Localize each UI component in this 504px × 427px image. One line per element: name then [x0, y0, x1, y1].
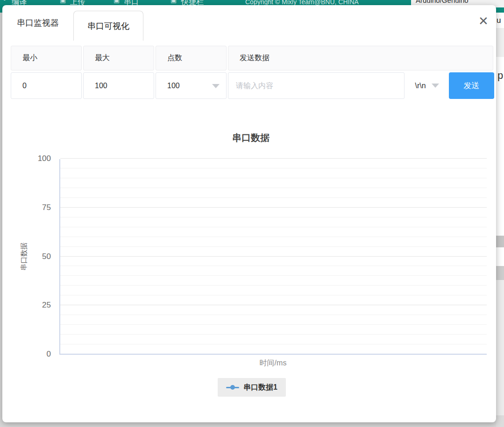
gridline	[60, 178, 487, 178]
y-axis-title: 串口数据	[20, 226, 31, 287]
gridline	[60, 305, 487, 305]
gridline	[60, 315, 487, 315]
gridline	[60, 266, 487, 266]
background-page-fragment: u p	[496, 13, 504, 427]
gridline	[60, 197, 487, 198]
upload-icon: ▣	[60, 0, 66, 4]
send-data-input[interactable]	[228, 73, 404, 98]
min-field-cell	[11, 72, 82, 99]
tab-serial-visualization[interactable]: 串口可视化	[73, 11, 143, 41]
serial-icon: ▣	[114, 0, 120, 4]
plot-area	[59, 159, 487, 355]
background-block	[496, 266, 504, 280]
gridline	[60, 344, 487, 344]
background-block	[496, 28, 504, 57]
line-series-marker-icon	[226, 387, 239, 388]
line-ending-value: \r\n	[415, 82, 426, 90]
send-button[interactable]: 发送	[449, 72, 494, 99]
background-text-fragment: p	[497, 70, 503, 82]
x-axis-title: 时间/ms	[59, 358, 487, 368]
close-icon[interactable]: ✕	[475, 13, 492, 29]
chart-title: 串口数据	[15, 132, 487, 144]
gridline	[60, 334, 487, 335]
min-input[interactable]	[11, 73, 81, 98]
header-points: 点数	[156, 46, 227, 70]
gridline	[60, 295, 487, 295]
legend-item[interactable]: 串口数据1	[218, 378, 286, 397]
panel-icon: ▣	[170, 0, 177, 4]
background-block	[496, 415, 504, 427]
gridline	[60, 246, 487, 247]
gridline	[60, 158, 487, 159]
header-max: 最大	[83, 46, 154, 70]
gridline	[60, 227, 487, 227]
gridline	[60, 168, 487, 168]
line-ending-select[interactable]: \r\n	[406, 72, 447, 99]
gridline	[60, 285, 487, 286]
scrollbar-track	[496, 280, 504, 415]
header-send-data: 发送数据	[228, 46, 493, 70]
gridline	[60, 237, 487, 237]
scrollbar-thumb[interactable]	[496, 236, 504, 247]
max-field-cell	[83, 72, 154, 99]
background-text-fragment: u	[497, 16, 501, 25]
chevron-down-icon[interactable]	[212, 84, 220, 88]
max-input[interactable]	[84, 73, 154, 98]
gridline	[60, 275, 487, 276]
header-min: 最小	[11, 46, 82, 70]
legend-label: 串口数据1	[243, 383, 277, 392]
y-tick-label: 25	[15, 301, 51, 310]
y-tick-label: 0	[15, 350, 51, 359]
send-field-cell	[228, 72, 405, 99]
serial-dialog: 串口监视器 串口可视化 ✕ 最小 最大 点数 发送数据 \r\n 发送 串口数据…	[2, 5, 496, 422]
compile-icon: ◔	[2, 0, 6, 4]
gridline	[60, 256, 487, 257]
y-tick-label: 75	[15, 203, 51, 212]
tab-serial-monitor[interactable]: 串口监视器	[2, 5, 73, 41]
gridline	[60, 217, 487, 217]
points-select-cell	[156, 72, 227, 99]
gridline	[60, 207, 487, 208]
chevron-down-icon	[432, 84, 439, 88]
y-tick-label: 100	[15, 154, 51, 163]
board-selector-label: Arduino/Genuino	[416, 0, 469, 4]
gridline	[60, 324, 487, 325]
gridline	[60, 188, 487, 188]
